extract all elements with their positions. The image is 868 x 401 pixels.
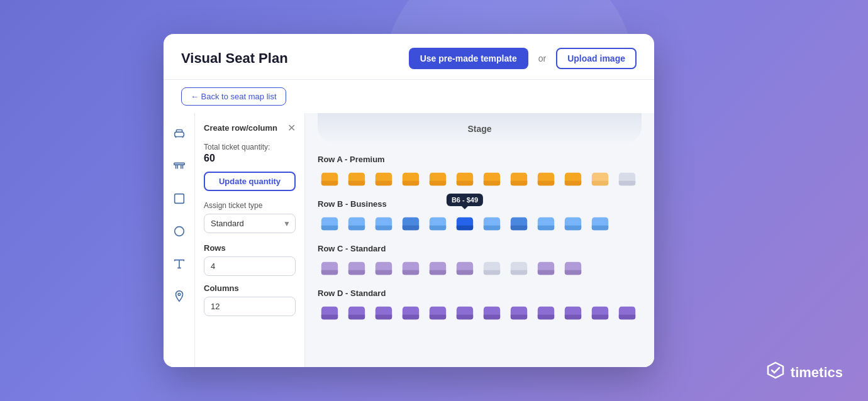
row-d-label: Row D - Standard	[318, 288, 642, 298]
seat-b1[interactable]	[318, 212, 342, 235]
seat-c5[interactable]	[426, 257, 450, 280]
seat-b2[interactable]	[345, 212, 369, 235]
seat-b5[interactable]	[426, 212, 450, 235]
seat-a5[interactable]	[426, 168, 450, 190]
text-tool-button[interactable]	[168, 253, 191, 275]
seat-a1[interactable]	[318, 168, 342, 190]
columns-label: Columns	[204, 283, 296, 293]
square-tool-button[interactable]	[168, 187, 191, 210]
svg-rect-0	[174, 132, 184, 136]
branding: timetics	[765, 361, 843, 383]
brand-icon	[765, 361, 786, 383]
seat-d9[interactable]	[534, 302, 558, 324]
brand-name: timetics	[791, 365, 843, 381]
svg-rect-2	[174, 194, 184, 204]
seat-d3[interactable]	[372, 302, 396, 324]
row-group-d: Row D - Standard	[318, 288, 642, 324]
create-panel: Create row/column ✕ Total ticket quantit…	[195, 113, 305, 367]
seat-a8[interactable]	[507, 168, 531, 190]
content-area: Create row/column ✕ Total ticket quantit…	[164, 113, 654, 367]
ticket-type-select-wrap: Standard Premium Business ▼	[204, 214, 296, 233]
sub-header: ← Back to seat map list	[164, 80, 654, 113]
svg-point-4	[178, 294, 181, 296]
seat-d2[interactable]	[345, 302, 369, 324]
seat-d6[interactable]	[453, 302, 477, 324]
main-card: Visual Seat Plan Use pre-made template o…	[164, 34, 654, 367]
seat-a4[interactable]	[399, 168, 423, 190]
seat-b11[interactable]	[588, 212, 612, 235]
table-tool-button[interactable]	[168, 155, 191, 177]
seat-b10[interactable]	[561, 212, 585, 235]
seat-d7[interactable]	[480, 302, 504, 324]
seat-d5[interactable]	[426, 302, 450, 324]
seat-c10[interactable]	[561, 257, 585, 280]
seat-c9[interactable]	[534, 257, 558, 280]
seat-c4[interactable]	[399, 257, 423, 280]
row-group-a: Row A - Premium	[318, 155, 642, 190]
seat-a10[interactable]	[561, 168, 585, 190]
rows-container: Row A - Premium	[305, 150, 654, 338]
seat-b4[interactable]	[399, 212, 423, 235]
or-text: or	[538, 53, 546, 63]
ticket-type-select[interactable]: Standard Premium Business	[204, 214, 296, 233]
seat-a7[interactable]	[480, 168, 504, 190]
header: Visual Seat Plan Use pre-made template o…	[164, 34, 654, 80]
icon-sidebar	[164, 113, 195, 367]
seat-a11[interactable]	[588, 168, 612, 190]
seat-a2[interactable]	[345, 168, 369, 190]
row-group-b: Row B - Business B6 - $49	[318, 199, 642, 235]
stage-label: Stage	[467, 124, 491, 134]
upload-image-button[interactable]: Upload image	[556, 48, 637, 69]
seat-a3[interactable]	[372, 168, 396, 190]
seat-c3[interactable]	[372, 257, 396, 280]
row-a-seats	[318, 168, 642, 190]
seat-b6[interactable]: B6 - $49	[453, 212, 477, 235]
seat-c1[interactable]	[318, 257, 342, 280]
seat-d8[interactable]	[507, 302, 531, 324]
page-title: Visual Seat Plan	[181, 50, 399, 67]
row-d-seats	[318, 302, 642, 324]
row-a-label: Row A - Premium	[318, 155, 642, 164]
seat-d11[interactable]	[588, 302, 612, 324]
panel-title: Create row/column	[204, 123, 277, 133]
update-quantity-button[interactable]: Update quantity	[204, 172, 296, 191]
svg-rect-1	[174, 163, 184, 165]
panel-close-button[interactable]: ✕	[287, 122, 296, 134]
back-to-list-button[interactable]: ← Back to seat map list	[181, 87, 286, 106]
seat-a6[interactable]	[453, 168, 477, 190]
row-group-c: Row C - Standard	[318, 244, 642, 280]
seat-a12[interactable]	[615, 168, 639, 190]
seat-b7[interactable]	[480, 212, 504, 235]
total-value: 60	[204, 153, 296, 164]
seat-tool-button[interactable]	[168, 122, 191, 145]
seat-c8[interactable]	[507, 257, 531, 280]
total-label: Total ticket quantity:	[204, 143, 296, 151]
pin-tool-button[interactable]	[168, 285, 191, 308]
seat-b9[interactable]	[534, 212, 558, 235]
panel-header: Create row/column ✕	[204, 122, 296, 134]
seat-d1[interactable]	[318, 302, 342, 324]
seat-d4[interactable]	[399, 302, 423, 324]
rows-input[interactable]	[204, 256, 296, 276]
seat-d10[interactable]	[561, 302, 585, 324]
seat-a9[interactable]	[534, 168, 558, 190]
svg-point-3	[174, 227, 184, 236]
seat-map: Stage Row A - Premium	[305, 113, 654, 367]
circle-tool-button[interactable]	[168, 220, 191, 243]
seat-tooltip: B6 - $49	[447, 194, 483, 206]
stage-area: Stage	[318, 113, 642, 145]
seat-c6[interactable]	[453, 257, 477, 280]
row-c-seats	[318, 257, 642, 280]
seat-b8[interactable]	[507, 212, 531, 235]
columns-input[interactable]	[204, 297, 296, 316]
row-b-seats: B6 - $49	[318, 212, 642, 235]
assign-label: Assign ticket type	[204, 201, 296, 210]
row-c-label: Row C - Standard	[318, 244, 642, 253]
seat-d12[interactable]	[615, 302, 639, 324]
seat-c2[interactable]	[345, 257, 369, 280]
seat-b3[interactable]	[372, 212, 396, 235]
rows-label: Rows	[204, 243, 296, 253]
use-template-button[interactable]: Use pre-made template	[409, 48, 528, 69]
seat-c7[interactable]	[480, 257, 504, 280]
